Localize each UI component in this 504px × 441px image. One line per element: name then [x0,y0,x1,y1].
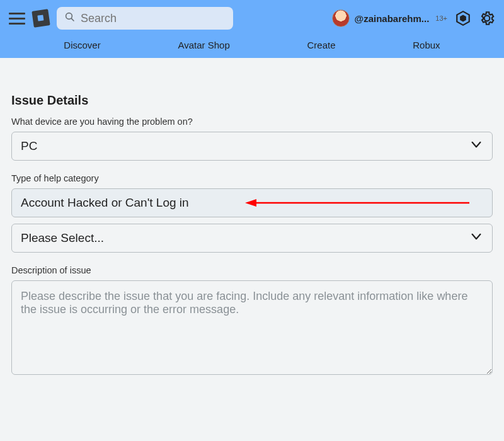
device-select[interactable]: PC [11,132,493,161]
app-header: @zainabarehm... 13+ Discover Avatar Shop… [0,0,504,58]
device-select-value: PC [21,139,37,153]
tab-avatar-shop[interactable]: Avatar Shop [178,40,229,50]
svg-line-1 [71,18,74,21]
user-chip[interactable]: @zainabarehm... 13+ [332,9,448,27]
settings-icon[interactable] [479,10,495,26]
category-select[interactable]: Account Hacked or Can't Log in [11,188,493,217]
subcategory-select-value: Please Select... [21,231,104,245]
description-label: Description of issue [11,265,493,275]
chevron-down-icon [469,138,483,155]
tab-robux[interactable]: Robux [413,40,440,50]
avatar [332,9,350,27]
robux-icon[interactable] [455,10,471,26]
topbar: @zainabarehm... 13+ [0,0,504,32]
category-select-value: Account Hacked or Can't Log in [21,196,189,210]
chevron-down-icon [469,195,483,212]
roblox-logo-icon[interactable] [32,9,50,27]
category-label: Type of help category [11,173,493,183]
username: @zainabarehm... [355,13,430,24]
search-box[interactable] [57,7,233,30]
tab-discover[interactable]: Discover [64,40,100,50]
chevron-down-icon [469,230,483,247]
age-badge: 13+ [435,14,447,22]
nav-tabs: Discover Avatar Shop Create Robux [0,32,504,58]
device-label: What device are you having the problem o… [11,117,493,127]
tab-create[interactable]: Create [307,40,335,50]
search-icon [64,11,76,25]
search-input[interactable] [81,12,226,25]
section-title: Issue Details [11,93,493,108]
annotation-arrow-icon [245,197,472,209]
svg-marker-5 [245,199,256,207]
svg-marker-3 [460,15,466,22]
form-content: Issue Details What device are you having… [0,58,504,389]
menu-icon[interactable] [9,10,25,26]
description-textarea[interactable] [11,280,493,375]
subcategory-select[interactable]: Please Select... [11,224,493,253]
